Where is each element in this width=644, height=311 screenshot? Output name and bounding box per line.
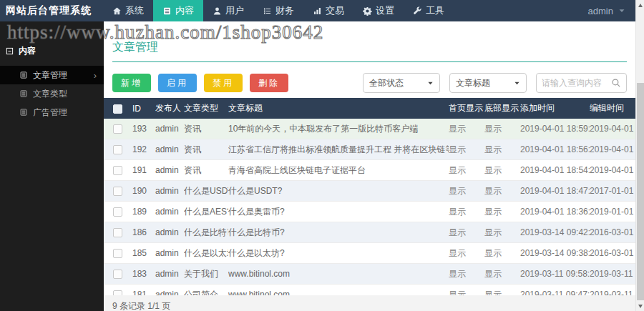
- disable-button[interactable]: 禁用: [204, 74, 243, 92]
- cell: 2019-04-01: [590, 165, 635, 175]
- cell: www.bitinol.com: [228, 290, 449, 295]
- nav-item-1[interactable]: 内容: [153, 0, 203, 21]
- row-checkbox[interactable]: [113, 249, 122, 258]
- cell: 显示: [484, 123, 520, 135]
- row-checkbox[interactable]: [113, 228, 122, 237]
- nav-item-3[interactable]: 财务: [253, 0, 303, 21]
- cell: 10年前的今天，中本聪发布了第一版比特币客户端: [228, 123, 449, 135]
- table-row[interactable]: 190admin什么是USDT?什么是USDT?显示显示2019-04-01 1…: [104, 181, 635, 202]
- scroll-thumb[interactable]: [637, 83, 644, 300]
- column-header[interactable]: 底部显示: [484, 102, 520, 114]
- cell: 青海省高院上线区块链电子证据平台: [228, 164, 449, 177]
- field-select[interactable]: 文章标题: [449, 73, 527, 93]
- cell: 江苏省工信厅将推出标准领航质量提升工程 并将在区块链等领域制定标准: [228, 144, 449, 156]
- row-checkbox[interactable]: [113, 270, 122, 279]
- column-header[interactable]: 文章标题: [228, 102, 449, 114]
- trade-icon: [313, 6, 322, 16]
- sidebar-item-label: 文章类型: [33, 88, 67, 100]
- sidebar-section-content[interactable]: 内容: [0, 21, 104, 66]
- sidebar-menu: 文章管理 › 文章类型 › 广告管理 ›: [0, 66, 104, 122]
- cell: 显示: [449, 206, 484, 218]
- cell: admin: [155, 227, 184, 237]
- table-row[interactable]: 181admin公司简介www.bitinol.com显示显示2019-03-1…: [104, 285, 635, 295]
- cell: 2019-04-01 18:36:31: [520, 207, 590, 217]
- nav-item-0[interactable]: 系统: [103, 0, 153, 21]
- chevron-right-icon: ›: [94, 70, 97, 81]
- nav-item-label: 财务: [275, 4, 294, 17]
- cell: 什么是AES?: [184, 206, 228, 218]
- cell: 186: [132, 227, 155, 237]
- cell: 2019-03-11: [590, 269, 635, 279]
- column-header[interactable]: ID: [132, 104, 155, 114]
- table-row[interactable]: 183admin关于我们www.bitinol.com显示显示2019-03-1…: [104, 264, 635, 285]
- delete-button[interactable]: 删除: [250, 74, 288, 92]
- cell: 2019-04-01 18:56:05: [520, 144, 590, 154]
- cell: 189: [132, 207, 155, 217]
- cell: 显示: [449, 123, 484, 135]
- row-checkbox[interactable]: [113, 290, 122, 295]
- cell: 185: [132, 248, 155, 258]
- column-header[interactable]: 发布人: [155, 102, 184, 114]
- status-select-value: 全部状态: [369, 77, 404, 89]
- nav-item-2[interactable]: 用户: [203, 0, 253, 21]
- cell: 显示: [449, 227, 484, 239]
- main-nav: 系统 内容 用户 财务 交易 设置 工具: [103, 0, 454, 21]
- row-checkbox[interactable]: [113, 187, 122, 196]
- cell: admin: [155, 144, 184, 154]
- select-all-checkbox[interactable]: [113, 104, 122, 114]
- cell: 2016-03-01: [590, 248, 635, 258]
- cell: 2019-04-01: [590, 124, 635, 134]
- vertical-scrollbar[interactable]: [635, 0, 644, 311]
- column-header[interactable]: 添加时间: [520, 102, 590, 114]
- row-checkbox[interactable]: [113, 207, 122, 217]
- user-menu[interactable]: admin: [588, 6, 635, 16]
- doc-icon: [19, 108, 28, 117]
- scroll-up-button[interactable]: [636, 0, 644, 10]
- table-row[interactable]: 189admin什么是AES?什么是奥雷币?显示显示2019-04-01 18:…: [104, 202, 635, 222]
- table-row[interactable]: 192admin资讯江苏省工信厅将推出标准领航质量提升工程 并将在区块链等领域制…: [104, 139, 635, 160]
- search-input[interactable]: [542, 78, 611, 88]
- status-select[interactable]: 全部状态: [363, 73, 440, 93]
- table-row[interactable]: 185admin什么是以太坊?什么是以太坊?显示显示2019-03-14 09:…: [104, 243, 635, 264]
- cell: 显示: [449, 268, 484, 280]
- enable-button[interactable]: 启用: [158, 74, 197, 92]
- table-row[interactable]: 193admin资讯10年前的今天，中本聪发布了第一版比特币客户端显示显示201…: [104, 119, 635, 139]
- record-count: 9 条记录 1/1 页: [112, 300, 170, 311]
- nav-item-4[interactable]: 交易: [303, 0, 353, 21]
- nav-item-label: 设置: [376, 4, 394, 17]
- table-row[interactable]: 186admin什么是比特币?什么是比特币?显示显示2019-03-14 09:…: [104, 222, 635, 243]
- cell: 关于我们: [184, 268, 228, 280]
- row-checkbox[interactable]: [113, 124, 122, 134]
- cell: 显示: [449, 247, 484, 260]
- cell: 什么是USDT?: [228, 185, 449, 197]
- cell: admin: [155, 290, 184, 295]
- column-header[interactable]: 文章类型: [184, 102, 228, 114]
- nav-item-label: 用户: [225, 4, 244, 17]
- cell: 什么是以太坊?: [184, 247, 228, 260]
- sidebar-item-label: 文章管理: [33, 69, 67, 82]
- cell: admin: [155, 124, 184, 134]
- add-button[interactable]: 新增: [112, 74, 151, 92]
- cell: 192: [132, 144, 155, 154]
- nav-item-6[interactable]: 工具: [404, 0, 454, 21]
- cell: 什么是比特币?: [228, 227, 449, 239]
- chevron-down-icon: [618, 7, 625, 14]
- app-title: 网站后台管理系统: [0, 4, 103, 17]
- scroll-down-button[interactable]: [636, 301, 644, 311]
- nav-item-label: 内容: [175, 4, 194, 17]
- sidebar-item-2[interactable]: 广告管理 ›: [0, 103, 104, 122]
- search-icon[interactable]: [611, 78, 621, 88]
- cell: 资讯: [184, 144, 228, 156]
- cell: 2019-03-11 09:47:49: [520, 290, 590, 295]
- nav-item-5[interactable]: 设置: [353, 0, 404, 21]
- row-checkbox[interactable]: [113, 145, 122, 154]
- sidebar-item-0[interactable]: 文章管理 ›: [0, 66, 104, 84]
- column-header[interactable]: 编辑时间: [590, 102, 635, 114]
- cell: 191: [132, 165, 155, 175]
- table-row[interactable]: 191admin资讯青海省高院上线区块链电子证据平台显示显示2019-04-01…: [104, 160, 635, 181]
- column-header[interactable]: 首页显示: [449, 102, 484, 114]
- action-buttons: 新增启用禁用删除: [112, 74, 296, 92]
- sidebar-item-1[interactable]: 文章类型 ›: [0, 84, 104, 103]
- cell: 2017-01-01: [590, 186, 635, 196]
- row-checkbox[interactable]: [113, 166, 122, 175]
